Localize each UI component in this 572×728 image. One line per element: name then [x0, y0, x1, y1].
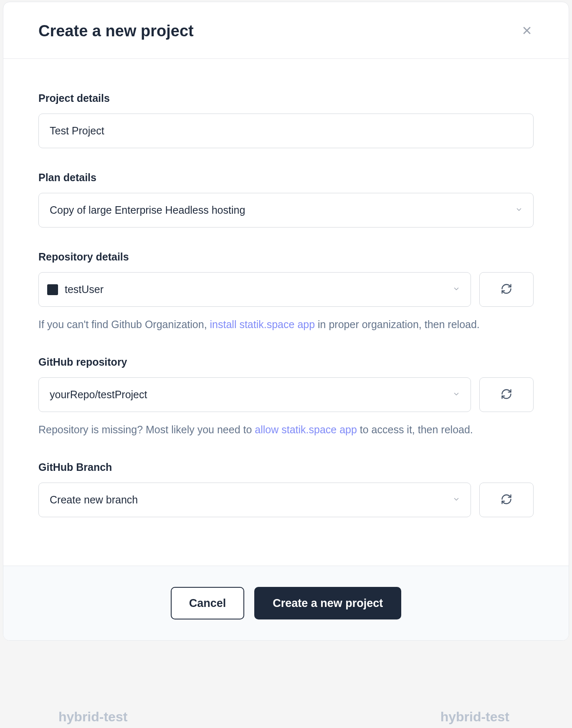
- repository-details-group: Repository details testUser: [38, 251, 534, 333]
- repository-details-label: Repository details: [38, 251, 534, 263]
- help-text-part: If you can't find Github Organization,: [38, 318, 210, 330]
- create-project-button[interactable]: Create a new project: [254, 587, 401, 619]
- plan-details-group: Plan details Copy of large Enterprise He…: [38, 172, 534, 228]
- modal-footer: Cancel Create a new project: [3, 566, 569, 640]
- user-avatar: [47, 284, 58, 295]
- github-branch-group: GitHub Branch Create new branch: [38, 461, 534, 517]
- help-text-part: to access it, then reload.: [357, 424, 473, 435]
- organization-select-value: testUser: [65, 283, 104, 296]
- organization-select[interactable]: testUser: [38, 272, 471, 307]
- background-text-left: hybrid-test: [58, 709, 127, 725]
- repository-select[interactable]: yourRepo/testProject: [38, 377, 471, 412]
- repository-help-text: Repository is missing? Most likely you n…: [38, 421, 534, 438]
- allow-app-link[interactable]: allow statik.space app: [255, 424, 357, 435]
- help-text-part: Repository is missing? Most likely you n…: [38, 424, 255, 435]
- install-app-link[interactable]: install statik.space app: [210, 318, 315, 330]
- cancel-button[interactable]: Cancel: [171, 587, 245, 619]
- create-project-modal: Create a new project Project details Pla…: [3, 2, 569, 641]
- refresh-icon: [501, 388, 512, 401]
- help-text-part: in proper organization, then reload.: [315, 318, 480, 330]
- refresh-repositories-button[interactable]: [479, 377, 534, 412]
- github-repository-label: GitHub repository: [38, 356, 534, 368]
- refresh-icon: [501, 283, 512, 296]
- modal-header: Create a new project: [3, 2, 569, 59]
- close-button[interactable]: [520, 25, 534, 38]
- project-details-group: Project details: [38, 92, 534, 148]
- refresh-organizations-button[interactable]: [479, 272, 534, 307]
- modal-title: Create a new project: [38, 22, 194, 40]
- modal-body: Project details Plan details Copy of lar…: [3, 59, 569, 566]
- plan-select[interactable]: Copy of large Enterprise Headless hostin…: [38, 193, 534, 228]
- close-icon: [521, 25, 533, 38]
- repository-select-value: yourRepo/testProject: [50, 389, 147, 401]
- project-name-input[interactable]: [38, 114, 534, 148]
- branch-select-value: Create new branch: [50, 494, 138, 506]
- refresh-icon: [501, 493, 512, 506]
- project-details-label: Project details: [38, 92, 534, 104]
- plan-details-label: Plan details: [38, 172, 534, 184]
- github-branch-label: GitHub Branch: [38, 461, 534, 473]
- refresh-branches-button[interactable]: [479, 483, 534, 517]
- branch-select[interactable]: Create new branch: [38, 483, 471, 517]
- plan-select-value: Copy of large Enterprise Headless hostin…: [50, 204, 245, 216]
- background-text-right: hybrid-test: [440, 709, 509, 725]
- organization-help-text: If you can't find Github Organization, i…: [38, 316, 534, 333]
- github-repository-group: GitHub repository yourRepo/testProject: [38, 356, 534, 438]
